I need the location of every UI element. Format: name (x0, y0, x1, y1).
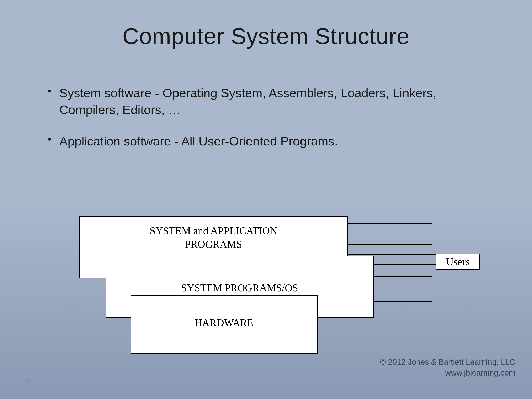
layer-label: SYSTEM PROGRAMS/OS (106, 282, 373, 294)
connector-line (374, 264, 436, 265)
connector-line (374, 276, 432, 277)
bullet-text: System software - Operating System, Asse… (59, 85, 490, 118)
connector-line (348, 254, 436, 255)
users-box: Users (436, 253, 480, 270)
connector-line (374, 301, 432, 302)
bullet-list: • System software - Operating System, As… (48, 85, 490, 150)
bullet-text: Application software - All User-Oriented… (59, 133, 338, 150)
bullet-dot-icon: • (48, 134, 51, 145)
layer-label: HARDWARE (131, 317, 317, 329)
connector-line (348, 234, 432, 234)
copyright-block: © 2012 Jones & Bartlett Learning, LLC ww… (380, 357, 515, 378)
layer-diagram: SYSTEM and APPLICATIONPROGRAMS SYSTEM PR… (79, 216, 453, 357)
bullet-dot-icon: • (48, 86, 51, 96)
connector-line (348, 223, 432, 224)
copyright-text: © 2012 Jones & Bartlett Learning, LLC (380, 357, 515, 367)
connector-line (348, 244, 432, 245)
page-number: 7 (26, 379, 30, 387)
bullet-item: • System software - Operating System, As… (48, 85, 490, 118)
copyright-url: www.jblearning.com (380, 368, 515, 378)
connector-line (374, 289, 432, 290)
layer-label: SYSTEM and APPLICATIONPROGRAMS (80, 224, 347, 251)
bullet-item: • Application software - All User-Orient… (48, 133, 490, 150)
layer-box-hardware: HARDWARE (131, 295, 317, 354)
slide-title: Computer System Structure (0, 0, 532, 49)
